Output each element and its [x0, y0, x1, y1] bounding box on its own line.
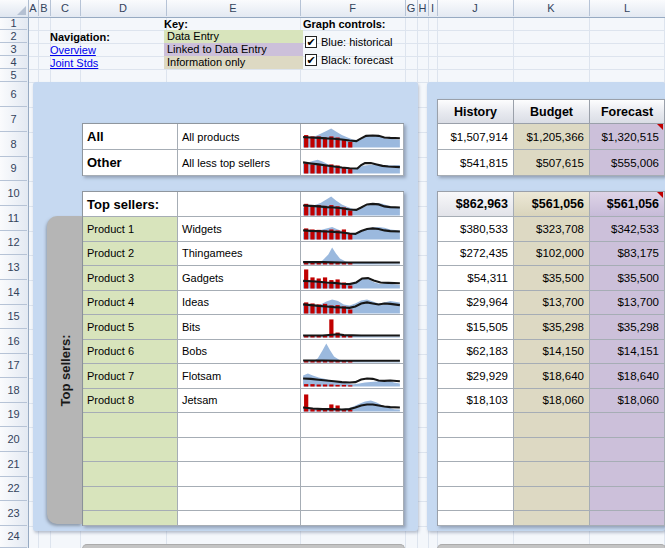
row-header-11[interactable]: 11	[0, 206, 27, 231]
column-header-C[interactable]: C	[50, 0, 81, 16]
row-header-1[interactable]: 1	[0, 17, 27, 30]
cell-empty[interactable]	[83, 438, 178, 463]
cell-empty[interactable]	[438, 487, 514, 512]
cell-product-2-label[interactable]: Product 2	[83, 242, 178, 267]
cell-product-5-budget[interactable]: $35,298	[514, 315, 590, 340]
cell-empty[interactable]	[301, 438, 404, 463]
cell-product-7-budget[interactable]: $18,640	[514, 364, 590, 389]
cell-product-4-sparkline[interactable]	[301, 291, 404, 316]
cell-product-7-label[interactable]: Product 7	[83, 364, 178, 389]
cell-top-sellers-empty[interactable]	[178, 192, 301, 217]
cell-product-4-history[interactable]: $29,964	[438, 291, 514, 316]
cell-empty[interactable]	[301, 462, 404, 487]
column-header-K[interactable]: K	[513, 0, 590, 16]
cell-product-2-budget[interactable]: $102,000	[514, 242, 590, 267]
row-header-9[interactable]: 9	[0, 157, 27, 181]
cell-product-8-budget[interactable]: $18,060	[514, 389, 590, 414]
select-all-corner[interactable]	[0, 0, 29, 18]
cell-empty[interactable]	[514, 413, 590, 438]
cell-empty[interactable]	[301, 487, 404, 512]
cell-all-history[interactable]: $1,507,914	[438, 124, 514, 150]
cell-product-2-sparkline[interactable]	[301, 242, 404, 267]
cell-empty[interactable]	[590, 487, 665, 512]
cell-product-1-forecast[interactable]: $342,533	[590, 217, 665, 242]
row-header-5[interactable]: 5	[0, 69, 27, 82]
cell-empty[interactable]	[301, 511, 404, 526]
row-header-20[interactable]: 20	[0, 427, 27, 452]
cell-empty[interactable]	[590, 438, 665, 463]
cell-product-4-budget[interactable]: $13,700	[514, 291, 590, 316]
header-history[interactable]: History	[438, 100, 514, 124]
row-header-6[interactable]: 6	[0, 82, 27, 107]
row-header-16[interactable]: 16	[0, 329, 27, 354]
cell-empty[interactable]	[178, 438, 301, 463]
cell-all-desc[interactable]: All products	[178, 124, 301, 150]
cell-product-4-forecast[interactable]: $13,700	[590, 291, 665, 316]
checkbox-black-forecast[interactable]: ✔	[305, 54, 317, 66]
cell-product-1-budget[interactable]: $323,708	[514, 217, 590, 242]
column-header-D[interactable]: D	[80, 0, 167, 16]
cell-empty[interactable]	[83, 487, 178, 512]
row-header-13[interactable]: 13	[0, 255, 27, 280]
row-header-2[interactable]: 2	[0, 30, 27, 43]
cell-all-budget[interactable]: $1,205,366	[514, 124, 590, 150]
cell-product-7-history[interactable]: $29,929	[438, 364, 514, 389]
cell-product-8-sparkline[interactable]	[301, 389, 404, 414]
cell-product-4-name[interactable]: Ideas	[178, 291, 301, 316]
row-header-22[interactable]: 22	[0, 477, 27, 501]
cell-other-history[interactable]: $541,815	[438, 150, 514, 176]
cell-product-7-name[interactable]: Flotsam	[178, 364, 301, 389]
cell-product-8-forecast[interactable]: $18,060	[590, 389, 665, 414]
cell-product-2-forecast[interactable]: $83,175	[590, 242, 665, 267]
column-header-F[interactable]: F	[300, 0, 406, 16]
cell-product-3-budget[interactable]: $35,500	[514, 266, 590, 291]
cell-product-1-history[interactable]: $380,533	[438, 217, 514, 242]
cell-empty[interactable]	[178, 413, 301, 438]
column-header-L[interactable]: L	[589, 0, 665, 16]
cell-product-3-name[interactable]: Gadgets	[178, 266, 301, 291]
cell-product-3-forecast[interactable]: $35,500	[590, 266, 665, 291]
cell-empty[interactable]	[514, 487, 590, 512]
row-header-7[interactable]: 7	[0, 107, 27, 132]
row-header-15[interactable]: 15	[0, 305, 27, 329]
row-header-21[interactable]: 21	[0, 452, 27, 477]
row-header-3[interactable]: 3	[0, 43, 27, 56]
cell-empty[interactable]	[301, 413, 404, 438]
cell-other-sparkline[interactable]	[301, 150, 404, 176]
cell-empty[interactable]	[438, 462, 514, 487]
cell-empty[interactable]	[178, 462, 301, 487]
header-forecast[interactable]: Forecast	[590, 100, 665, 124]
cell-other-forecast[interactable]: $555,006	[590, 150, 665, 176]
nav-link-overview[interactable]: Overview	[50, 44, 96, 56]
cell-empty[interactable]	[590, 511, 665, 526]
cell-product-7-sparkline[interactable]	[301, 364, 404, 389]
column-header-J[interactable]: J	[437, 0, 514, 16]
cell-total-forecast[interactable]: $561,056	[590, 192, 665, 217]
row-header-24[interactable]: 24	[0, 526, 27, 548]
row-header-10[interactable]: 10	[0, 181, 27, 206]
row-header-18[interactable]: 18	[0, 378, 27, 403]
cell-all-forecast[interactable]: $1,320,515	[590, 124, 665, 150]
cell-product-1-sparkline[interactable]	[301, 217, 404, 242]
cell-product-2-name[interactable]: Thingamees	[178, 242, 301, 267]
cell-empty[interactable]	[83, 462, 178, 487]
cell-empty[interactable]	[590, 413, 665, 438]
checkbox-blue-historical[interactable]: ✔	[305, 36, 317, 48]
cell-empty[interactable]	[83, 511, 178, 526]
cell-product-1-label[interactable]: Product 1	[83, 217, 178, 242]
cell-product-3-history[interactable]: $54,311	[438, 266, 514, 291]
cell-empty[interactable]	[438, 511, 514, 526]
cell-product-5-history[interactable]: $15,505	[438, 315, 514, 340]
cell-product-6-history[interactable]: $62,183	[438, 340, 514, 365]
cell-empty[interactable]	[590, 462, 665, 487]
cell-empty[interactable]	[438, 438, 514, 463]
row-header-23[interactable]: 23	[0, 501, 27, 526]
cell-empty[interactable]	[83, 413, 178, 438]
cell-all-label[interactable]: All	[83, 124, 178, 150]
cell-product-5-label[interactable]: Product 5	[83, 315, 178, 340]
cell-empty[interactable]	[514, 511, 590, 526]
cell-empty[interactable]	[178, 511, 301, 526]
cell-product-5-sparkline[interactable]	[301, 315, 404, 340]
cell-all-sparkline[interactable]	[301, 124, 404, 150]
cell-product-3-sparkline[interactable]	[301, 266, 404, 291]
